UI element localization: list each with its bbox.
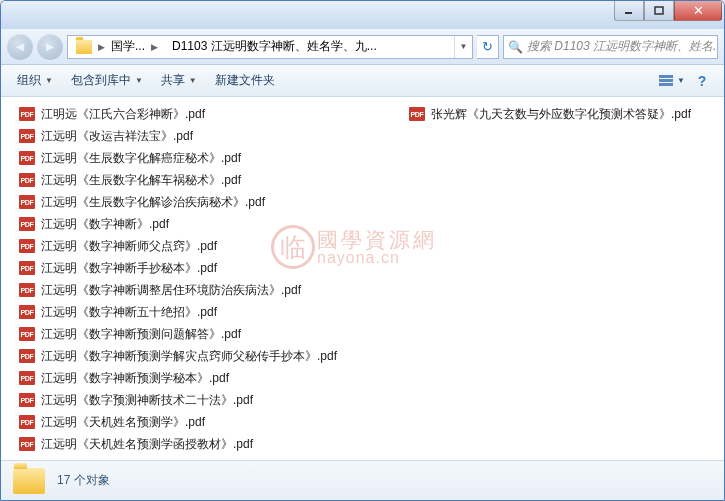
status-bar: 17 个对象 [1,460,724,500]
include-library-button[interactable]: 包含到库中▼ [63,68,151,93]
file-name: 江远明《数字神断预测学解灾点窍师父秘传手抄本》.pdf [41,348,337,365]
file-item[interactable]: PDF江远明《数字预测神断技术二十法》.pdf [5,389,395,411]
pdf-icon: PDF [19,371,35,385]
minimize-button[interactable] [614,1,644,21]
file-name: 江远明《生辰数字化解车祸秘术》.pdf [41,172,241,189]
chevron-right-icon: ▶ [96,42,107,52]
file-item[interactable]: PDF张光辉《九天玄数与外应数字化预测术答疑》.pdf [395,103,705,125]
file-name: 江远明《数字预测神断技术二十法》.pdf [41,392,253,409]
chevron-down-icon: ▼ [135,76,143,85]
pdf-icon: PDF [19,393,35,407]
pdf-icon: PDF [19,195,35,209]
view-options-button[interactable]: ▼ [658,70,686,92]
folder-icon [76,40,92,54]
file-item[interactable]: PDF江远明《数字神断调整居住环境防治疾病法》.pdf [5,279,395,301]
file-item[interactable]: PDF江远明《数字神断》.pdf [5,213,395,235]
pdf-icon: PDF [19,217,35,231]
chevron-right-icon: ▶ [149,42,160,52]
file-name: 江远明《数字神断预测问题解答》.pdf [41,326,241,343]
file-name: 江远明《数字神断师父点窍》.pdf [41,238,217,255]
file-item[interactable]: PDF江远明《生辰数字化解车祸秘术》.pdf [5,169,395,191]
file-item[interactable]: PDF江远明《数字神断五十绝招》.pdf [5,301,395,323]
refresh-button[interactable]: ↻ [477,35,499,59]
pdf-icon: PDF [19,305,35,319]
file-item[interactable]: PDF江远明《生辰数字化解癌症秘术》.pdf [5,147,395,169]
file-item[interactable]: PDF江远明《生辰数字化解诊治疾病秘术》.pdf [5,191,395,213]
breadcrumb-current[interactable]: D1103 江远明数字神断、姓名学、九... [164,36,381,58]
search-icon: 🔍 [508,40,523,54]
pdf-icon: PDF [19,129,35,143]
file-name: 江远明《数字神断手抄秘本》.pdf [41,260,217,277]
breadcrumb-root[interactable]: ▶ 国学... ▶ [68,36,164,58]
organize-button[interactable]: 组织▼ [9,68,61,93]
file-name: 张光辉《九天玄数与外应数字化预测术答疑》.pdf [431,106,691,123]
file-name: 江远明《改运吉祥法宝》.pdf [41,128,193,145]
maximize-button[interactable] [644,1,674,21]
file-item[interactable]: PDF江远明《数字神断预测学解灾点窍师父秘传手抄本》.pdf [5,345,395,367]
pdf-icon: PDF [19,415,35,429]
pdf-icon: PDF [19,151,35,165]
breadcrumb[interactable]: ▶ 国学... ▶ D1103 江远明数字神断、姓名学、九... ▼ [67,35,473,59]
file-item[interactable]: PDF江远明《数字神断手抄秘本》.pdf [5,257,395,279]
svg-rect-1 [655,7,663,14]
breadcrumb-label: 国学... [111,38,145,55]
pdf-icon: PDF [409,107,425,121]
pdf-icon: PDF [19,261,35,275]
file-name: 江远明《天机姓名预测学》.pdf [41,414,205,431]
breadcrumb-label: D1103 江远明数字神断、姓名学、九... [172,38,377,55]
file-name: 江远明《数字神断预测学秘本》.pdf [41,370,229,387]
search-input[interactable]: 🔍 搜索 D1103 江远明数字神断、姓名... [503,35,718,59]
nav-bar: ◄ ► ▶ 国学... ▶ D1103 江远明数字神断、姓名学、九... ▼ ↻… [1,29,724,65]
file-name: 江远明《生辰数字化解癌症秘术》.pdf [41,150,241,167]
file-item[interactable]: PDF江远明《数字神断预测学秘本》.pdf [5,367,395,389]
close-button[interactable]: ✕ [674,1,722,21]
file-name: 江远明《数字神断五十绝招》.pdf [41,304,217,321]
chevron-down-icon: ▼ [189,76,197,85]
svg-rect-3 [659,79,673,82]
file-item[interactable]: PDF江明远《江氏六合彩神断》.pdf [5,103,395,125]
search-placeholder: 搜索 D1103 江远明数字神断、姓名... [527,38,718,55]
file-item[interactable]: PDF江远明《数字神断预测问题解答》.pdf [5,323,395,345]
pdf-icon: PDF [19,107,35,121]
file-item[interactable]: PDF江远明《改运吉祥法宝》.pdf [5,125,395,147]
share-button[interactable]: 共享▼ [153,68,205,93]
status-count: 17 个对象 [57,472,110,489]
forward-button[interactable]: ► [37,34,63,60]
file-name: 江远明《数字神断》.pdf [41,216,169,233]
svg-rect-2 [659,75,673,78]
toolbar: 组织▼ 包含到库中▼ 共享▼ 新建文件夹 ▼ ? [1,65,724,97]
breadcrumb-dropdown[interactable]: ▼ [454,36,472,58]
file-list-pane[interactable]: 临 國學資源網 nayona.cn PDF江明远《江氏六合彩神断》.pdfPDF… [1,97,724,460]
chevron-down-icon: ▼ [45,76,53,85]
file-name: 江明远《江氏六合彩神断》.pdf [41,106,205,123]
folder-icon [13,468,45,494]
back-button[interactable]: ◄ [7,34,33,60]
file-name: 江远明《天机姓名预测学函授教材》.pdf [41,436,253,453]
pdf-icon: PDF [19,437,35,451]
help-button[interactable]: ? [688,70,716,92]
file-item[interactable]: PDF江远明《天机姓名预测学函授教材》.pdf [5,433,395,455]
pdf-icon: PDF [19,173,35,187]
explorer-window: ✕ ◄ ► ▶ 国学... ▶ D1103 江远明数字神断、姓名学、九... ▼… [0,0,725,501]
pdf-icon: PDF [19,283,35,297]
file-name: 江远明《数字神断调整居住环境防治疾病法》.pdf [41,282,301,299]
new-folder-button[interactable]: 新建文件夹 [207,68,283,93]
file-name: 江远明《生辰数字化解诊治疾病秘术》.pdf [41,194,265,211]
pdf-icon: PDF [19,327,35,341]
file-item[interactable]: PDF江远明《天机姓名预测学》.pdf [5,411,395,433]
titlebar: ✕ [1,1,724,29]
svg-rect-4 [659,83,673,86]
pdf-icon: PDF [19,239,35,253]
file-item[interactable]: PDF江远明《数字神断师父点窍》.pdf [5,235,395,257]
pdf-icon: PDF [19,349,35,363]
